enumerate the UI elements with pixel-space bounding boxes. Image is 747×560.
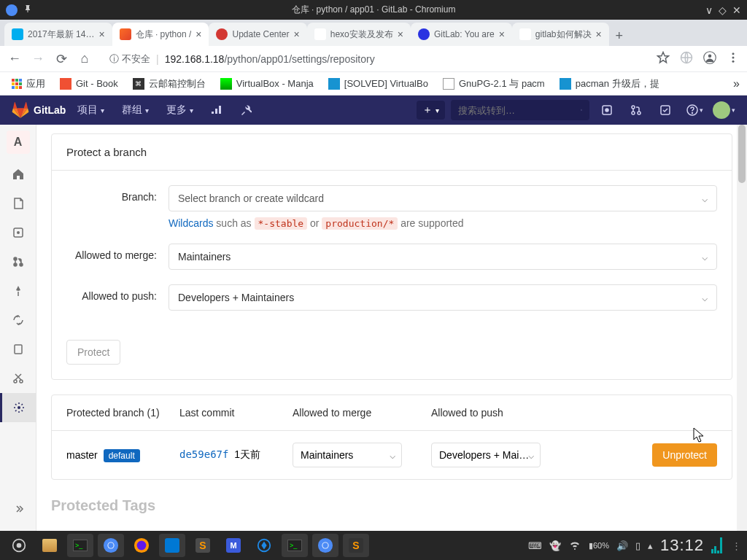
todos-icon[interactable] [654,104,677,116]
scrollbar[interactable] [737,125,747,531]
sidebar-issues-icon[interactable] [0,218,36,247]
row-merge-select[interactable]: Maintainers⌵ [293,443,402,467]
nav-activity-icon[interactable] [205,104,228,116]
merge-requests-icon[interactable] [624,104,648,116]
taskbar-terminal[interactable]: >_ [67,534,93,557]
bookmark-item[interactable]: pacman 升级后，提 [555,77,664,90]
favicon [220,78,232,90]
svg-point-4 [732,56,735,58]
sidebar-wiki-icon[interactable] [0,335,36,364]
taskbar-chromium[interactable] [312,534,338,557]
bookmark-item[interactable]: GnuPG-2.1 与 pacm [438,77,549,90]
svg-point-19 [20,263,23,266]
help-icon[interactable]: ▾ [683,104,706,116]
branch-name: master [66,449,98,461]
taskbar-chromium[interactable] [98,534,124,557]
bookmark-item[interactable]: VirtualBox - Manja [216,78,318,90]
new-tab-button[interactable]: + [609,26,630,46]
allowed-push-select[interactable]: Developers + Maintainers ⌵ [169,284,717,311]
app-launcher-icon[interactable] [6,534,32,557]
row-push-select[interactable]: Developers + Mai…⌵ [431,443,541,467]
clock[interactable]: 13:12 [660,536,704,555]
disk-icon[interactable]: ▯ [635,540,640,551]
tab-close-icon[interactable]: × [398,28,403,40]
nav-search-input[interactable] [451,100,589,120]
bookmark-item[interactable]: [SOLVED] VirtualBo [324,78,433,90]
tab-close-icon[interactable]: × [499,28,505,40]
browser-tab[interactable]: 2017年最新 14…× [4,23,112,46]
taskbar-app[interactable] [36,534,63,557]
taskbar-firefox[interactable] [128,534,155,557]
reload-button[interactable]: ⟳ [54,51,69,67]
wifi-icon[interactable] [568,540,581,552]
browser-menu-icon[interactable] [727,51,740,67]
taskbar-vscode[interactable] [159,534,185,557]
security-indicator[interactable]: ⓘ 不安全 [109,52,150,66]
apps-button[interactable]: 应用 [7,77,50,90]
svg-point-22 [20,380,23,383]
globe-icon[interactable] [680,51,693,67]
issues-icon[interactable] [595,104,619,116]
gitlab-logo[interactable]: GitLab [12,101,66,119]
pin-icon[interactable] [23,4,32,15]
sidebar-ci-icon[interactable] [0,276,36,306]
browser-tab[interactable]: 仓库 · python /× [112,23,209,46]
svg-rect-20 [15,345,22,354]
tab-close-icon[interactable]: × [196,28,201,40]
favicon [216,28,228,40]
branch-select[interactable]: Select branch or create wildcard ⌵ [169,185,717,211]
sidebar-settings-icon[interactable] [0,393,36,422]
bookmark-item[interactable]: Git - Book [55,78,123,90]
sidebar-snippets-icon[interactable] [0,364,36,393]
sidebar-mr-icon[interactable] [0,247,36,276]
user-avatar[interactable]: ▾ [712,101,735,119]
nav-create-button[interactable]: ＋▾ [417,101,445,120]
window-close-button[interactable]: ✕ [732,4,741,16]
bookmark-star-icon[interactable] [657,51,670,67]
home-button[interactable]: ⌂ [77,51,92,66]
window-maximize-button[interactable]: ◇ [719,4,727,16]
tab-close-icon[interactable]: × [98,28,104,40]
profile-icon[interactable] [703,51,716,67]
bookmark-item[interactable]: ⌘云邮箱控制台 [128,77,210,90]
sidebar-collapse-icon[interactable] [0,494,36,524]
unprotect-button[interactable]: Unprotect [652,443,717,467]
bookmarks-overflow-icon[interactable]: » [733,77,740,90]
commit-link[interactable]: de59e67f [179,448,228,460]
nav-projects[interactable]: 项目▾ [71,104,110,117]
tray-expand-icon[interactable]: ▴ [648,540,653,551]
sidebar-repo-icon[interactable] [0,189,36,218]
protect-button[interactable]: Protect [66,340,120,365]
project-avatar[interactable]: A [7,131,30,154]
scrollbar-thumb[interactable] [738,125,746,183]
taskbar-terminal[interactable]: >_ [282,534,308,557]
browser-tab[interactable]: gitlab如何解决× [512,23,609,46]
taskbar-sublime[interactable]: S [190,534,216,557]
taskbar-sublime[interactable]: S [343,534,369,557]
url-field[interactable]: ⓘ 不安全 | 192.168.1.18/python/app01/settin… [101,49,648,69]
browser-tab[interactable]: Update Center× [209,23,306,46]
nav-more[interactable]: 更多▾ [160,104,199,117]
browser-tab[interactable]: hexo安装及发布× [307,23,411,46]
taskbar-app[interactable]: M [220,534,247,557]
back-button[interactable]: ← [7,51,22,66]
sidebar-home-icon[interactable] [0,160,36,189]
wildcards-link[interactable]: Wildcards [169,217,213,229]
battery-icon[interactable]: ▮60% [589,541,609,551]
window-minimize-button[interactable]: ∨ [705,4,713,16]
chevron-down-icon: ⌵ [390,449,395,461]
sidebar-operations-icon[interactable] [0,306,36,335]
tray-ghost-icon[interactable]: 👻 [549,540,561,551]
taskbar-app[interactable] [251,534,277,557]
tray-menu-icon[interactable]: ⋮ [732,540,741,551]
nav-wrench-icon[interactable] [234,104,258,116]
protect-branch-card: Protect a branch Branch: Select branch o… [51,133,732,380]
keyboard-icon[interactable]: ⌨ [528,540,542,551]
allowed-merge-select[interactable]: Maintainers ⌵ [169,244,717,270]
tab-close-icon[interactable]: × [596,28,602,40]
tab-close-icon[interactable]: × [294,28,300,40]
volume-icon[interactable]: 🔊 [616,540,628,551]
browser-tab[interactable]: GitLab: You are× [411,23,512,46]
system-monitor-icon[interactable] [711,537,724,553]
nav-groups[interactable]: 群组▾ [116,104,155,117]
